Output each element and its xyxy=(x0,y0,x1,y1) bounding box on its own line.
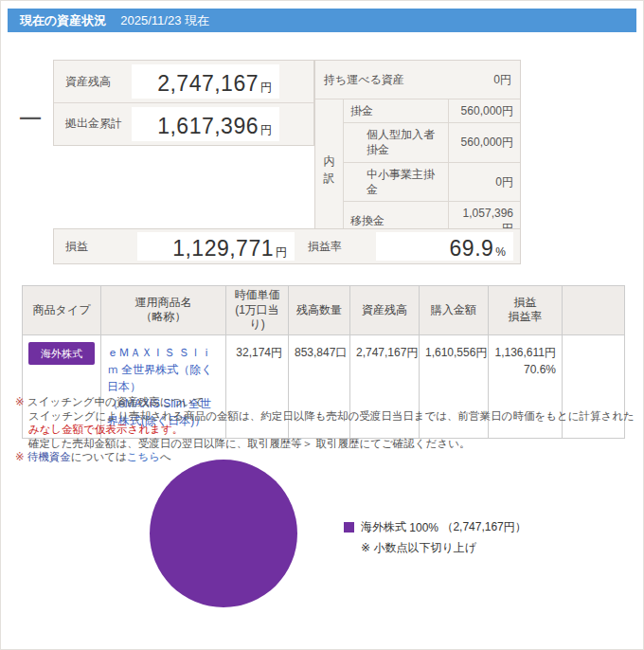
legend-footnote: ※ 小数点以下切り上げ xyxy=(361,540,527,556)
as-of-date: 2025/11/23 現在 xyxy=(120,12,209,29)
profit-loss-row: 損益 1,129,771 円 損益率 69.9 % xyxy=(53,228,521,264)
notes-section: ※ スイッチング中の資産残高について スイッチングにより売却される商品の金額は、… xyxy=(15,395,638,464)
note-switching-title-line: ※ スイッチング中の資産残高について xyxy=(15,395,638,409)
breakdown-section: 内訳 掛金 560,000円 個人型加入者掛金 560,000円 中小事業主掛金… xyxy=(315,99,520,240)
header-purchase-amount: 購入金額 xyxy=(420,286,489,335)
asset-balance-amount: 2,747,167 xyxy=(157,71,259,97)
note-marker-2: ※ xyxy=(15,451,25,462)
contribution-total-amount: 1,617,396 xyxy=(157,114,259,139)
profit-rate: 70.6% xyxy=(494,361,556,378)
foreign-equity-badge: 海外株式 xyxy=(28,342,95,366)
legend-amount: （2,747,167円） xyxy=(441,519,526,535)
note-marker-1: ※ xyxy=(15,396,25,407)
foreign-equity-swatch-icon xyxy=(344,522,354,533)
note-standby-end: へ xyxy=(160,451,171,462)
contribution-total-row: 拠出金累計 1,617,396 円 xyxy=(54,102,313,144)
standby-funds-link[interactable]: 待機資金 xyxy=(27,451,71,462)
kakekin-value: 560,000円 xyxy=(448,99,520,122)
contribution-total-unit: 円 xyxy=(260,122,272,138)
asset-balance-row: 資産残高 2,747,167 円 xyxy=(54,61,313,102)
breakdown-row-individual: 個人型加入者掛金 560,000円 xyxy=(344,123,520,162)
profit-rate-value: 69.9 % xyxy=(376,232,513,261)
header-product-type: 商品タイプ xyxy=(23,286,101,335)
asset-balance-unit: 円 xyxy=(260,80,272,96)
header-unit-price: 時価単価 (1万口当り) xyxy=(226,286,289,335)
note-switching-body-2: 確定した売却金額は、受渡日の翌日以降に、取引履歴等＞ 取引履歴にてご確認ください… xyxy=(15,437,638,451)
profit-loss-value: 1,129,771 円 xyxy=(137,232,295,261)
kochira-link[interactable]: こちら xyxy=(127,451,160,462)
breakdown-row-small-business: 中小事業主掛金 0円 xyxy=(344,163,520,202)
fund-name-link[interactable]: ｅＭＡＸＩＳ Ｓｌｉｍ 全世界株式（除く日本） xyxy=(107,346,213,393)
asset-balance-value: 2,747,167 円 xyxy=(132,64,279,99)
legend-row-foreign-equity: 海外株式 100% （2,747,167円） xyxy=(344,519,527,535)
asset-allocation-pie-chart xyxy=(150,460,297,607)
kakekin-label: 掛金 xyxy=(344,99,448,122)
summary-breakdown-table: 持ち運べる資産 0円 内訳 掛金 560,000円 個人型加入者掛金 560,0… xyxy=(314,60,521,241)
breakdown-label: 内訳 xyxy=(315,99,344,240)
legend-percent: 100% xyxy=(409,521,438,534)
legend-label: 海外株式 xyxy=(361,519,406,535)
profit-loss-amount: 1,129,771 xyxy=(172,236,274,262)
header-asset-balance: 資産残高 xyxy=(350,286,420,335)
portable-assets-label: 持ち運べる資産 xyxy=(324,72,404,88)
page-title: 現在の資産状況 xyxy=(20,12,106,29)
product-table-header-row: 商品タイプ 運用商品名 （略称） 時価単価 (1万口当り) 残高数量 資産残高 … xyxy=(23,286,625,335)
page-title-bar: 現在の資産状況 2025/11/23 現在 xyxy=(8,9,636,32)
pie-legend: 海外株式 100% （2,747,167円） ※ 小数点以下切り上げ xyxy=(344,519,527,556)
minus-sign: — xyxy=(20,105,41,130)
header-product-name: 運用商品名 （略称） xyxy=(101,286,226,335)
small-business-contribution-label: 中小事業主掛金 xyxy=(344,163,448,201)
portable-assets-row: 持ち運べる資産 0円 xyxy=(315,61,520,99)
header-empty xyxy=(563,286,625,335)
header-profit-rate: 損益 損益率 xyxy=(489,286,563,335)
breakdown-row-kakekin: 掛金 560,000円 xyxy=(344,99,520,123)
profit-loss-unit: 円 xyxy=(276,244,287,261)
small-business-contribution-value: 0円 xyxy=(448,163,520,201)
note-switching-red-text: みなし金額で仮表示されます。 xyxy=(28,424,183,435)
note-standby-funds-line: ※ 待機資金についてはこちらへ xyxy=(15,450,638,464)
asset-balance-label: 資産残高 xyxy=(54,74,132,90)
profit-rate-unit: % xyxy=(495,245,506,259)
individual-contribution-value: 560,000円 xyxy=(448,123,520,161)
note-switching-text: スイッチングにより売却される商品の金額は、約定日以降も売却の受渡日当日までは、前… xyxy=(28,410,635,422)
profit-rate-label: 損益率 xyxy=(295,239,376,255)
contribution-total-value: 1,617,396 円 xyxy=(132,107,279,141)
note-switching-body-1: スイッチングにより売却される商品の金額は、約定日以降も売却の受渡日当日までは、前… xyxy=(15,409,638,437)
summary-balance-table: 資産残高 2,747,167 円 拠出金累計 1,617,396 円 xyxy=(53,60,314,146)
profit-rate-amount: 69.9 xyxy=(450,236,494,262)
profit-amount: 1,136,611円 xyxy=(494,344,556,361)
note-standby-mid: については xyxy=(71,451,127,462)
header-quantity: 残高数量 xyxy=(289,286,350,335)
portable-assets-value: 0円 xyxy=(493,72,511,88)
individual-contribution-label: 個人型加入者掛金 xyxy=(344,123,448,161)
breakdown-rows: 掛金 560,000円 個人型加入者掛金 560,000円 中小事業主掛金 0円… xyxy=(344,99,520,240)
asset-status-page: 現在の資産状況 2025/11/23 現在 — 資産残高 2,747,167 円… xyxy=(0,0,644,650)
note-switching-title: スイッチング中の資産残高について xyxy=(27,396,205,407)
profit-loss-label: 損益 xyxy=(54,239,137,255)
contribution-total-label: 拠出金累計 xyxy=(54,116,132,132)
